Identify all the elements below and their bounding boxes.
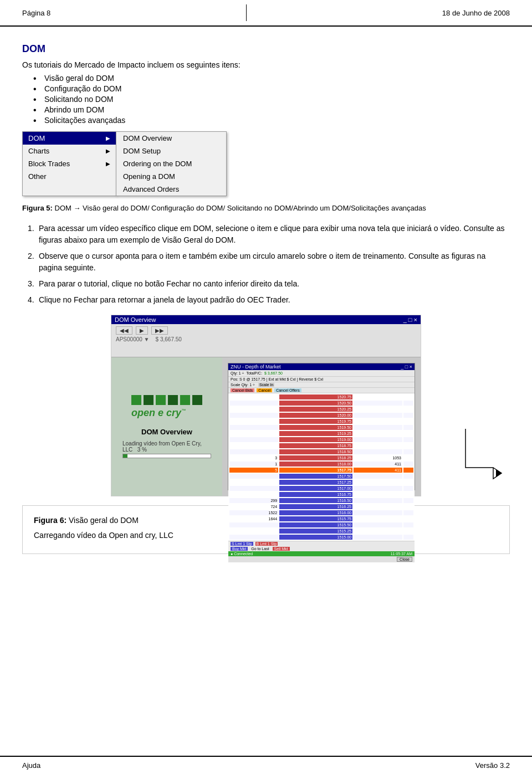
list-item-3: 3. Para parar o tutorial, clique no botã… bbox=[28, 278, 510, 290]
page-date: 18 de Junho de 2008 bbox=[442, 9, 510, 17]
menu-right-item-overview[interactable]: DOM Overview bbox=[116, 132, 226, 145]
loading-fill bbox=[123, 454, 127, 458]
video-left-panel: open e cry™ DOM Overview Loading vídeo f… bbox=[111, 357, 222, 496]
video-right-panel: ZNU - Depth of Market _ □ × Qty: 1 ÷ Tot… bbox=[222, 357, 421, 496]
menu-item-block-trades[interactable]: Block Trades ▶ bbox=[23, 157, 116, 170]
numbered-list: 1. Para acessar um vídeo específico cliq… bbox=[28, 223, 510, 306]
logo-sq-6 bbox=[192, 395, 202, 405]
dom-footer: S Lmt 1 Stp B Lmt 1 Stp bbox=[228, 541, 415, 546]
menu-left: DOM ▶ Charts ▶ Block Trades ▶ Other bbox=[22, 131, 116, 196]
open-e-cry-logo: open e cry™ bbox=[131, 395, 202, 419]
menu-right-item-opening[interactable]: Opening a DOM bbox=[116, 170, 226, 183]
dom-pos-bar: Pos: S 0 @ 1517.75 | Ext at Mkt $ Cxl | … bbox=[228, 377, 415, 382]
menu-right: DOM Overview DOM Setup Ordering on the D… bbox=[116, 131, 227, 196]
menu-right-item-ordering[interactable]: Ordering on the DOM bbox=[116, 157, 226, 170]
intro-text: Os tutoriais do Mercado de Impacto inclu… bbox=[22, 60, 510, 69]
list-item: Abrindo um DOM bbox=[33, 105, 510, 114]
footer-right: Versão 3.2 bbox=[475, 761, 510, 770]
arrow-svg bbox=[460, 423, 504, 490]
page-content: DOM Os tutoriais do Mercado de Impacto i… bbox=[0, 38, 532, 596]
dom-inner-title: ZNU - Depth of Market _ □ × bbox=[228, 363, 415, 370]
list-item-4: 4. Clique no Fechar para retornar a jane… bbox=[28, 294, 510, 306]
logo-sq-2 bbox=[144, 395, 154, 405]
video-window-controls: _ □ × bbox=[403, 316, 417, 323]
menu-right-item-setup[interactable]: DOM Setup bbox=[116, 145, 226, 157]
menu-item-other[interactable]: Other bbox=[23, 170, 116, 183]
dom-title: DOM bbox=[22, 43, 510, 55]
dom-connected: ● Connected 11:05:37 AM bbox=[228, 551, 415, 556]
logo-sq-4 bbox=[168, 395, 178, 405]
menu-item-charts[interactable]: Charts ▶ bbox=[23, 145, 116, 157]
dom-inner-window: ZNU - Depth of Market _ □ × Qty: 1 ÷ Tot… bbox=[228, 363, 415, 490]
video-controls-bar: ◀◀ ▶ ▶▶ APS00000 ▼ $ 3,667.50 bbox=[111, 324, 421, 357]
logo-text: open e cry™ bbox=[131, 407, 202, 419]
video-screenshot-wrapper: DOM Overview _ □ × ◀◀ ▶ ▶▶ APS00000 ▼ $ … bbox=[22, 315, 510, 496]
list-item-2: 2. Observe que o cursor aponta para o it… bbox=[28, 250, 510, 274]
list-item: Configuração do DOM bbox=[33, 84, 510, 93]
logo-sq-1 bbox=[131, 395, 141, 405]
dom-close-bar: Close bbox=[228, 556, 415, 562]
dom-buy-sell: Buy Mkt Go to Last Sell Mkt bbox=[228, 546, 415, 551]
bullet-list: Visão geral do DOM Configuração do DOM S… bbox=[33, 74, 510, 125]
list-item: Solicitações avançadas bbox=[33, 116, 510, 125]
page-number: Página 8 bbox=[22, 9, 50, 17]
dom-controls: Qty: 1 ÷ TotalP/C: $ 3,667.50 bbox=[228, 370, 415, 377]
figure5-caption: Figura 5: DOM → Visão geral do DOM/ Conf… bbox=[22, 203, 510, 214]
loading-text: Loading vídeo from Open E Cry, LLC 3 % bbox=[122, 440, 211, 453]
list-item-1: 1. Para acessar um vídeo específico cliq… bbox=[28, 223, 510, 246]
page-header: Página 8 18 de Junho de 2008 bbox=[0, 0, 532, 27]
dom-table: 1520.75 1520.50 1520.25 1520.00 1519.75 … bbox=[228, 393, 415, 541]
video-screenshot-box: DOM Overview _ □ × ◀◀ ▶ ▶▶ APS00000 ▼ $ … bbox=[111, 315, 421, 496]
svg-marker-0 bbox=[496, 469, 502, 477]
menu-right-item-advanced[interactable]: Advanced Orders bbox=[116, 183, 226, 196]
list-item: Solicitando no DOM bbox=[33, 95, 510, 104]
video-title-bar: DOM Overview _ □ × bbox=[111, 315, 421, 324]
loading-bar-container: Loading vídeo from Open E Cry, LLC 3 % bbox=[122, 440, 211, 458]
dom-overview-label: DOM Overview bbox=[141, 428, 192, 436]
logo-sq-5 bbox=[180, 395, 190, 405]
video-main-area: open e cry™ DOM Overview Loading vídeo f… bbox=[111, 357, 421, 496]
dom-scale-bar: Scale Qty: 1 ÷ Scale In bbox=[228, 382, 415, 388]
page-footer: Ajuda Versão 3.2 bbox=[0, 756, 532, 774]
video-title: DOM Overview bbox=[115, 316, 156, 323]
list-item: Visão geral do DOM bbox=[33, 74, 510, 83]
logo-squares bbox=[131, 395, 202, 405]
loading-bar bbox=[122, 454, 211, 458]
menu-screenshot: DOM ▶ Charts ▶ Block Trades ▶ Other DOM … bbox=[22, 131, 510, 196]
menu-item-dom[interactable]: DOM ▶ bbox=[23, 132, 116, 145]
footer-left: Ajuda bbox=[22, 761, 40, 770]
header-divider bbox=[246, 4, 247, 21]
dom-cancel-bar: Cancel Bids Cancel Cancel Offers bbox=[228, 388, 415, 393]
logo-sq-3 bbox=[156, 395, 166, 405]
